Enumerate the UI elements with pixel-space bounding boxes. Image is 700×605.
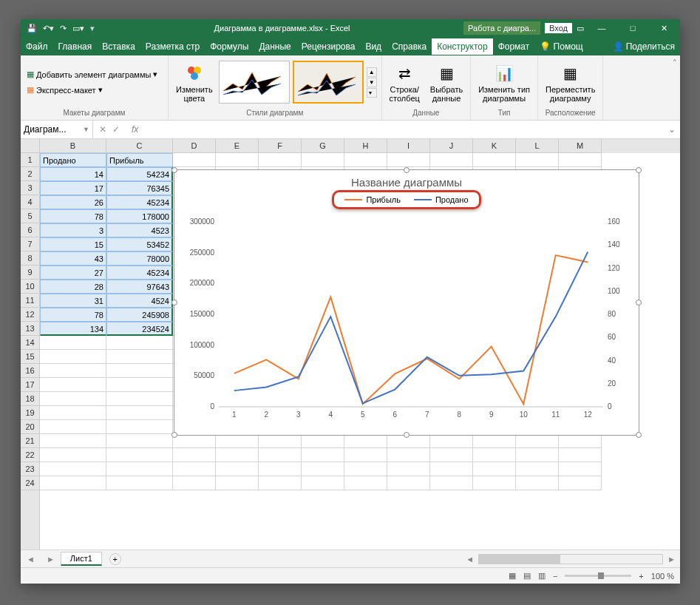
change-chart-type-button[interactable]: 📊Изменить тип диаграммы (475, 60, 533, 104)
chart-title[interactable]: Название диаграммы (174, 170, 639, 190)
quick-layout-button[interactable]: ▦ Экспресс-макет ▾ (25, 84, 104, 96)
row-header-23[interactable]: 23 (21, 462, 39, 476)
row-header-5[interactable]: 5 (21, 209, 39, 223)
tab-file[interactable]: Файл (21, 38, 53, 55)
cell[interactable] (40, 350, 106, 364)
cell[interactable] (106, 448, 173, 462)
cell[interactable] (473, 448, 516, 462)
chart-object[interactable]: Название диаграммы Прибыль Продано 05000… (174, 169, 639, 436)
cell[interactable] (387, 462, 430, 476)
cell[interactable]: 78000 (106, 251, 173, 266)
row-header-1[interactable]: 1 (21, 153, 39, 167)
add-sheet-button[interactable]: + (109, 553, 121, 565)
cell[interactable] (559, 462, 602, 476)
cell[interactable] (216, 476, 259, 490)
row-header-9[interactable]: 9 (21, 266, 39, 280)
move-chart-button[interactable]: ▦Переместить диаграмму (543, 60, 598, 104)
col-header-H[interactable]: H (344, 139, 387, 153)
cell[interactable]: 31 (40, 294, 106, 308)
col-header-K[interactable]: K (473, 139, 516, 153)
cell[interactable]: 43 (40, 251, 106, 266)
cell[interactable]: 28 (40, 280, 106, 294)
cell[interactable]: 97643 (106, 280, 173, 294)
cell[interactable]: 14 (40, 167, 106, 181)
cell[interactable] (40, 378, 106, 392)
cell[interactable]: 27 (40, 266, 106, 280)
sheet-nav-prev-icon[interactable]: ◄ (21, 555, 41, 564)
tab-design[interactable]: Конструктор (432, 38, 492, 55)
cell[interactable]: 178000 (106, 209, 173, 223)
collapse-ribbon-icon[interactable]: ˄ (673, 58, 677, 68)
cell[interactable] (344, 462, 387, 476)
row-header-10[interactable]: 10 (21, 280, 39, 294)
cell[interactable]: 234524 (106, 322, 173, 336)
sheet-tab-1[interactable]: Лист1 (61, 552, 102, 566)
tab-help[interactable]: Справка (387, 38, 432, 55)
tab-data[interactable]: Данные (254, 38, 296, 55)
cancel-formula-icon[interactable]: ✕ (99, 124, 106, 135)
col-header-E[interactable]: E (216, 139, 259, 153)
row-header-21[interactable]: 21 (21, 434, 39, 448)
cell[interactable] (387, 476, 430, 490)
cell[interactable]: 53452 (106, 237, 173, 251)
cell[interactable] (559, 153, 602, 167)
cell[interactable] (344, 153, 387, 167)
cell[interactable]: 54234 (106, 167, 173, 181)
cell[interactable] (216, 434, 259, 448)
cell[interactable]: 45234 (106, 195, 173, 209)
cell[interactable] (40, 462, 106, 476)
cell[interactable]: 26 (40, 195, 106, 209)
styles-up-icon[interactable]: ▲ (367, 67, 377, 77)
col-header-L[interactable]: L (516, 139, 559, 153)
cell[interactable] (216, 462, 259, 476)
tab-share[interactable]: 👤 Поделиться (608, 38, 680, 55)
cell[interactable] (259, 476, 302, 490)
chart-style-2[interactable] (293, 61, 364, 104)
cell[interactable] (302, 434, 344, 448)
cell[interactable]: 45234 (106, 266, 173, 280)
qat-more-icon[interactable]: ▾ (90, 24, 95, 33)
col-header-C[interactable]: C (106, 139, 173, 153)
cell[interactable] (430, 448, 473, 462)
cell[interactable] (259, 153, 302, 167)
cell[interactable]: 76345 (106, 181, 173, 195)
cell[interactable] (106, 392, 173, 406)
expand-formula-icon[interactable]: ⌄ (664, 124, 680, 135)
col-header-F[interactable]: F (259, 139, 302, 153)
cell[interactable] (106, 420, 173, 434)
cell[interactable] (473, 153, 516, 167)
maximize-button[interactable]: □ (619, 19, 646, 37)
tab-formulas[interactable]: Формулы (205, 38, 254, 55)
cell[interactable] (516, 476, 559, 490)
cell[interactable] (259, 462, 302, 476)
cell[interactable] (430, 462, 473, 476)
row-header-6[interactable]: 6 (21, 223, 39, 237)
cell[interactable] (40, 434, 106, 448)
cell[interactable] (106, 364, 173, 378)
cell[interactable]: 78 (40, 308, 106, 322)
cell[interactable] (559, 434, 602, 448)
cell[interactable] (40, 336, 106, 350)
cell[interactable] (302, 476, 344, 490)
switch-rowcol-button[interactable]: ⇄Строка/ столбец (387, 60, 423, 104)
cell[interactable] (516, 462, 559, 476)
cell[interactable]: 17 (40, 181, 106, 195)
cell[interactable] (559, 448, 602, 462)
cell[interactable] (344, 476, 387, 490)
cell[interactable] (302, 153, 344, 167)
col-header-D[interactable]: D (173, 139, 216, 153)
row-header-24[interactable]: 24 (21, 476, 39, 490)
col-header-G[interactable]: G (302, 139, 344, 153)
cell[interactable] (106, 336, 173, 350)
tab-format[interactable]: Формат (493, 38, 535, 55)
cell[interactable] (173, 462, 216, 476)
row-header-17[interactable]: 17 (21, 378, 39, 392)
save-icon[interactable]: 💾 (27, 24, 37, 33)
row-header-15[interactable]: 15 (21, 350, 39, 364)
cell[interactable] (40, 448, 106, 462)
cell[interactable] (430, 476, 473, 490)
cell[interactable] (473, 434, 516, 448)
cell[interactable] (40, 406, 106, 420)
cell[interactable] (473, 476, 516, 490)
touch-icon[interactable]: ▭▾ (72, 24, 84, 33)
